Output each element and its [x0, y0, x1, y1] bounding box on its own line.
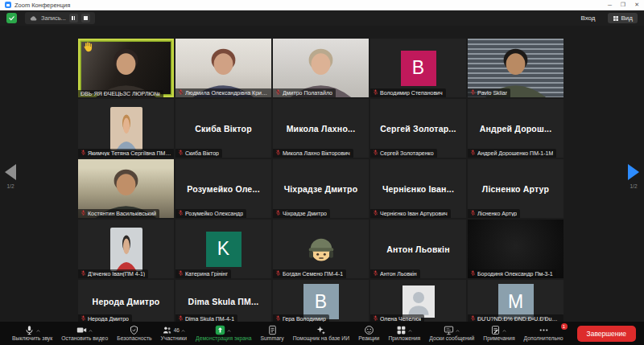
toolbar-mute-button[interactable]: Выключить звук	[10, 324, 54, 342]
share-icon	[215, 324, 232, 335]
participant-name-label: Дмитро Полатайло	[273, 88, 336, 97]
toolbar-participants-button[interactable]: 46Участники	[159, 324, 188, 342]
title-bar: Zoom Конференция ─ ❐ ✕	[0, 0, 644, 10]
muted-mic-icon	[275, 270, 281, 277]
apps-icon	[396, 324, 413, 335]
maximize-icon[interactable]: ❐	[621, 2, 625, 8]
participant-tile[interactable]: Чернієнко Іван...Чернієнко Іван Артурови…	[370, 159, 466, 218]
gallery-view: 1/2 ÐВЬ·ЯЯ ÐЧЕЦЬЗС ЛЮРЛЮ№Людмила Олексан…	[0, 26, 644, 322]
participant-tile[interactable]: Pavlo Skliar	[468, 39, 564, 97]
participant-name-label: Dima Skula ПМ-4-1	[175, 314, 237, 322]
participant-tile[interactable]: Бородиня Олександр Пм-3-1	[468, 220, 564, 278]
page-indicator: 1/2	[630, 183, 637, 189]
zoom-window: Zoom Конференция ─ ❐ ✕ Запись... Вход Ви…	[0, 0, 644, 345]
toolbar-item-label: Примечания	[483, 335, 514, 342]
toolbar-security-button[interactable]: Безопасность	[115, 324, 153, 342]
muted-mic-icon	[178, 315, 184, 322]
participant-tile[interactable]: Богдан Семено ПМ-4-1	[273, 220, 369, 278]
participant-tile[interactable]: Лісненко АртурЛісненко Артур	[468, 159, 564, 218]
toolbar-share-screen-button[interactable]: Демонстрация экрана	[194, 324, 253, 342]
participant-name-label: ÐВЬ·ЯЯ ÐЧЕЦЬЗС ЛЮРЛЮ№	[78, 90, 163, 97]
participant-name-text: Олена Чепелюк	[380, 316, 421, 322]
toolbar-ai-assistant-button[interactable]: Помощник на базе ИИ	[291, 324, 351, 342]
participant-tile[interactable]: Дмитро Полатайло	[273, 39, 369, 97]
muted-mic-icon	[178, 150, 184, 157]
next-page-button[interactable]: 1/2	[628, 164, 639, 189]
participant-tile[interactable]: Скиба ВікторСкиба Віктор	[175, 99, 271, 158]
recording-label: Запись...	[41, 14, 66, 22]
participant-tile[interactable]: Якимчук Тетяна Сергіївна ПМ-3-1	[78, 99, 174, 158]
muted-mic-icon	[80, 210, 86, 217]
participant-tile[interactable]: Dima Skula ПМ...Dima Skula ПМ-4-1	[175, 280, 271, 322]
participant-tile[interactable]: KКатерина Грінінг	[175, 220, 271, 278]
participant-name-label: Скиба Віктор	[175, 149, 222, 158]
toolbar-summary-button[interactable]: Summary	[259, 324, 286, 342]
participant-tile[interactable]: Андрей Дорош...Андрей Дорошенко ПМ-1-1М	[468, 99, 564, 158]
participant-name-text: Лісненко Артур	[477, 211, 517, 216]
participant-tile[interactable]: Розумейко Оле...Розумейко Олександр	[175, 159, 271, 218]
participant-name-text: Якимчук Тетяна Сергіївна ПМ-3-1	[88, 150, 171, 156]
muted-mic-icon	[80, 270, 86, 277]
participant-tile[interactable]: MÐU'U?ND.Ð% ÐND.Ð²U.Ð'ÐuÐ'U,	[468, 280, 564, 322]
participant-name-text: Гера Володимир	[283, 316, 326, 322]
participant-tile[interactable]: Антон ЛьовкінАнтон Льовкін	[370, 220, 466, 278]
pause-recording-button[interactable]	[69, 14, 78, 23]
toolbar-whiteboards-button[interactable]: Доски сообщений	[427, 324, 476, 342]
toolbar-item-label: Помощник на базе ИИ	[293, 335, 349, 342]
participant-name-label: Якимчук Тетяна Сергіївна ПМ-3-1	[78, 149, 174, 158]
participant-name-text: Чернієнко Іван Артурович	[380, 211, 448, 216]
participant-tile[interactable]: Микола Лахно...Микола Лахно Вікторович	[273, 99, 369, 158]
muted-mic-icon	[275, 89, 281, 97]
toolbar-stop-video-button[interactable]: Остановить видео	[60, 324, 109, 342]
participant-name-label: Олена Чепелюк	[370, 314, 424, 322]
raised-hand-icon	[81, 41, 93, 53]
toolbar-reactions-button[interactable]: Реакции	[357, 324, 381, 342]
participant-name-text: ÐВЬ·ЯЯ ÐЧЕЦЬЗС ЛЮРЛЮ№	[80, 91, 160, 97]
toolbar-more-button[interactable]: Дополнительно1	[522, 324, 565, 342]
toolbar-notes-button[interactable]: Примечания	[481, 324, 516, 342]
sparkle-icon	[316, 324, 326, 335]
note-icon	[490, 324, 507, 335]
participant-tile[interactable]: ВВолодимир Степанович	[370, 39, 466, 97]
participant-tile[interactable]: Людмила Олександрівна Кривоплас	[175, 39, 271, 97]
signin-button[interactable]: Вход	[576, 14, 600, 23]
participant-name-label: Д'яченко Іван(ПМ 4-1)	[78, 269, 148, 278]
participant-name-text: Костянтин Васильківський	[88, 211, 156, 216]
participant-tile[interactable]: Д'яченко Іван(ПМ 4-1)	[78, 220, 174, 278]
participant-tile[interactable]: Сергей Золотар...Сергей Золотаренко	[370, 99, 466, 158]
toolbar-item-label: Безопасность	[117, 335, 151, 342]
participant-name-label: ÐU'U?ND.Ð% ÐND.Ð²U.Ð'ÐuÐ'U,	[468, 314, 564, 322]
encryption-shield-icon[interactable]	[6, 13, 17, 23]
participant-tile[interactable]: Чіхрадзе ДмитроЧіхрадзе Дмитро	[273, 159, 369, 218]
participant-name-text: Чіхрадзе Дмитро	[283, 211, 327, 216]
muted-mic-icon	[275, 210, 281, 217]
avatar-photo	[110, 228, 142, 271]
participants-count: 46	[174, 327, 180, 333]
participant-name-text: Сергей Золотаренко	[380, 150, 434, 156]
participant-name-text: Андрей Дорошенко ПМ-1-1М	[477, 150, 553, 156]
participant-name-text: Нерода Дмитро	[88, 316, 129, 322]
muted-mic-icon	[470, 150, 476, 157]
minimize-icon[interactable]: ─	[608, 2, 612, 8]
muted-mic-icon	[373, 89, 378, 97]
toolbar-apps-button[interactable]: Приложения	[386, 324, 422, 342]
prev-page-button[interactable]: 1/2	[5, 164, 16, 189]
participant-tile[interactable]: Костянтин Васильківський	[78, 159, 174, 218]
muted-mic-icon	[470, 315, 476, 322]
participant-tile[interactable]: Нерода ДмитроНерода Дмитро	[78, 280, 174, 322]
prev-page-arrow-icon	[5, 164, 16, 180]
view-button[interactable]: Вид	[608, 13, 638, 23]
participant-name-text: Микола Лахно Вікторович	[283, 150, 350, 156]
participant-tile[interactable]: ÐВЬ·ЯЯ ÐЧЕЦЬЗС ЛЮРЛЮ№	[78, 39, 174, 97]
end-meeting-button[interactable]: Завершение	[577, 326, 636, 342]
participant-name-label: Людмила Олександрівна Кривоплас	[175, 88, 271, 97]
close-icon[interactable]: ✕	[634, 2, 639, 8]
participant-tile[interactable]: Олена Чепелюк	[370, 280, 466, 322]
muted-mic-icon	[470, 210, 476, 217]
participant-name-text: Дмитро Полатайло	[283, 90, 332, 96]
participant-name-label: Розумейко Олександр	[175, 209, 246, 218]
recording-indicator: Запись...	[25, 12, 95, 24]
stop-recording-button[interactable]	[81, 14, 90, 23]
participant-name-text: Скиба Віктор	[185, 150, 219, 156]
participant-tile[interactable]: ВГера Володимир	[273, 280, 369, 322]
